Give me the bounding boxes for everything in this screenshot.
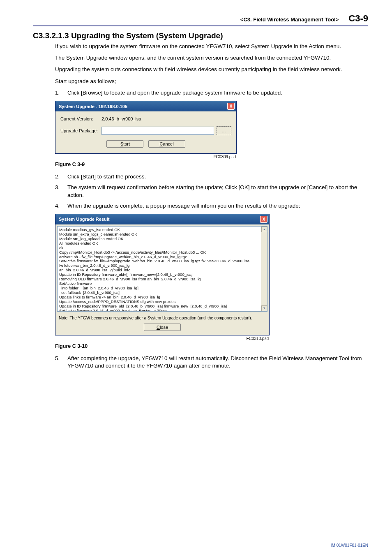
upgrade-log-text: Module modbus_gw_isa ended OK Module sm_… xyxy=(59,227,249,312)
start-button[interactable]: Start xyxy=(106,140,143,148)
section-heading: C3.3.2.1.3 Upgrading the System (System … xyxy=(33,31,368,40)
figure-caption: Figure C 3-10 xyxy=(55,343,368,349)
step-text: Click [Start] to start the process. xyxy=(67,173,146,180)
system-upgrade-result-dialog: System Upgrade Result X Module modbus_gw… xyxy=(55,214,270,335)
system-upgrade-dialog: System Upgrade - 192.168.0.105 X Current… xyxy=(55,101,237,154)
upgrade-package-label: Upgrade Package: xyxy=(60,128,101,133)
paragraph: Upgrading the system cuts connections wi… xyxy=(55,66,368,73)
step-text: Click [Browse] to locate and open the up… xyxy=(67,89,282,97)
dialog-title: System Upgrade - 192.168.0.105 xyxy=(59,104,127,109)
paragraph: Start upgrade as follows; xyxy=(55,78,368,85)
dialog-titlebar: System Upgrade - 192.168.0.105 X xyxy=(55,101,236,111)
figure-filename: FC0310.psd xyxy=(55,336,269,341)
dialog-title: System Upgrade Result xyxy=(59,217,109,222)
scroll-down-icon[interactable]: ▾ xyxy=(261,305,267,311)
current-version-value: 2.0.46_b_vr900_isa xyxy=(101,116,141,121)
paragraph: The System Upgrade window opens, and the… xyxy=(55,54,368,62)
close-icon[interactable]: X xyxy=(260,216,267,223)
step-text: The system will request confirmation bef… xyxy=(67,184,368,199)
cancel-button[interactable]: Cancel xyxy=(148,140,185,148)
upgrade-package-input[interactable] xyxy=(101,127,214,135)
figure-system-upgrade-result: System Upgrade Result X Module modbus_gw… xyxy=(55,214,368,341)
browse-button[interactable]: ... xyxy=(217,126,231,135)
close-button[interactable]: Close xyxy=(144,324,181,331)
upgrade-log-textarea[interactable]: Module modbus_gw_isa ended OK Module sm_… xyxy=(57,226,267,312)
header-page-number: C3-9 xyxy=(348,13,368,24)
step-number: 3. xyxy=(55,184,67,199)
figure-filename: FC0309.psd xyxy=(55,155,236,159)
header-section: <C3. Field Wireless Management Tool> xyxy=(240,16,339,23)
step-text: After completing the upgrade, YFGW710 wi… xyxy=(67,355,368,370)
footer-doc-id: IM 01W01F01-01EN xyxy=(331,543,368,548)
figure-caption: Figure C 3-9 xyxy=(55,162,368,167)
current-version-label: Current Version: xyxy=(60,116,101,121)
dialog-titlebar: System Upgrade Result X xyxy=(55,214,269,224)
scroll-up-icon[interactable]: ▴ xyxy=(261,227,267,232)
step-number: 4. xyxy=(55,202,67,210)
step-number: 5. xyxy=(55,355,67,370)
paragraph: If you wish to upgrade the system firmwa… xyxy=(55,43,368,50)
page-header: <C3. Field Wireless Management Tool> C3-… xyxy=(33,13,368,26)
step-number: 2. xyxy=(55,173,67,180)
scrollbar[interactable]: ▴▾ xyxy=(261,227,267,311)
step-number: 1. xyxy=(55,89,67,97)
close-icon[interactable]: X xyxy=(227,103,235,110)
step-text: When the upgrade is complete, a popup me… xyxy=(67,202,300,210)
figure-system-upgrade-dialog: System Upgrade - 192.168.0.105 X Current… xyxy=(55,101,368,159)
upgrade-note: Note: The YFGW becomes unresponsive afte… xyxy=(55,313,269,322)
